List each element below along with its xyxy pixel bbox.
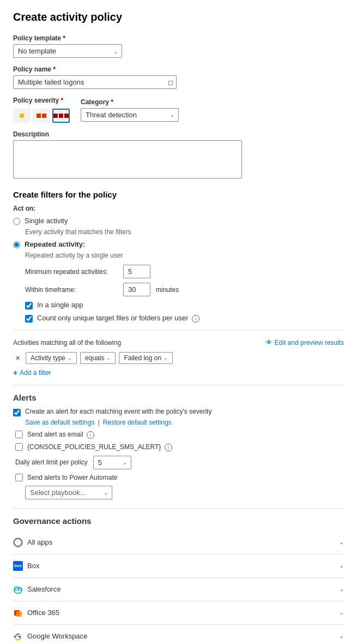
sms-alert-checkbox[interactable] bbox=[15, 443, 23, 451]
salesforce-label: Salesforce bbox=[27, 585, 60, 593]
severity-medium-button[interactable] bbox=[33, 109, 50, 123]
page-title: Create activity policy bbox=[13, 11, 344, 23]
count-unique-info-icon[interactable]: i bbox=[192, 315, 199, 323]
email-info-icon[interactable]: i bbox=[87, 431, 94, 439]
governance-salesforce-row[interactable]: Salesforce ⌄ bbox=[13, 578, 344, 601]
category-label: Category bbox=[81, 98, 179, 106]
office365-chevron-icon: ⌄ bbox=[339, 609, 344, 616]
office365-label: Office 365 bbox=[27, 609, 59, 617]
description-label: Description bbox=[13, 130, 344, 138]
all-apps-label: All apps bbox=[27, 538, 52, 546]
salesforce-chevron-icon: ⌄ bbox=[339, 586, 344, 593]
main-alert-checkbox[interactable] bbox=[13, 409, 21, 416]
svg-rect-5 bbox=[16, 611, 22, 617]
governance-google-row[interactable]: Google Workspace ⌄ bbox=[13, 625, 344, 644]
send-email-label[interactable]: Send alert as email i bbox=[27, 431, 94, 439]
failed-logon-chevron-icon: ⌄ bbox=[164, 355, 168, 361]
repeated-activity-label[interactable]: Repeated activity: bbox=[25, 240, 85, 248]
activities-matching-label: Activities matching all of the following bbox=[13, 339, 121, 347]
severity-label: Policy severity bbox=[13, 97, 70, 104]
count-unique-label[interactable]: Count only unique target files or folder… bbox=[37, 314, 199, 323]
activity-type-filter[interactable]: Activity type ⌄ bbox=[26, 352, 77, 364]
minutes-label: minutes bbox=[156, 286, 179, 294]
in-single-app-checkbox[interactable] bbox=[25, 302, 33, 309]
activity-type-label: Activity type bbox=[31, 354, 65, 362]
salesforce-icon bbox=[13, 585, 23, 594]
equals-chevron-icon: ⌄ bbox=[106, 355, 111, 361]
plus-icon: + bbox=[13, 368, 17, 377]
single-activity-desc: Every activity that matches the filters bbox=[25, 228, 344, 236]
eye-icon: 👁 bbox=[265, 338, 273, 347]
alerts-title: Alerts bbox=[13, 393, 344, 402]
filters-section-title: Create filters for the policy bbox=[13, 190, 344, 199]
within-timeframe-label: Within timeframe: bbox=[25, 286, 118, 294]
failed-logon-label: Failed log on bbox=[124, 354, 161, 362]
policy-template-select[interactable]: No template bbox=[13, 44, 122, 58]
playbook-select[interactable]: Select playbook... bbox=[25, 486, 112, 499]
failed-logon-filter[interactable]: Failed log on ⌄ bbox=[119, 352, 173, 364]
link-separator: | bbox=[98, 419, 99, 426]
all-apps-chevron-icon: ⌄ bbox=[339, 539, 344, 546]
box-icon: box bbox=[13, 561, 23, 571]
count-unique-checkbox[interactable] bbox=[25, 315, 33, 323]
description-input[interactable] bbox=[13, 140, 242, 178]
in-single-app-label[interactable]: In a single app bbox=[37, 301, 83, 309]
all-apps-icon bbox=[13, 538, 23, 547]
box-label: Box bbox=[27, 562, 39, 570]
within-timeframe-input[interactable] bbox=[123, 283, 150, 296]
repeated-activity-radio[interactable] bbox=[13, 241, 20, 248]
office365-icon bbox=[13, 608, 23, 618]
single-activity-label[interactable]: Single activity bbox=[25, 217, 68, 225]
add-filter-button[interactable]: + Add a filter bbox=[13, 368, 344, 377]
google-chevron-icon: ⌄ bbox=[339, 633, 344, 640]
send-email-checkbox[interactable] bbox=[15, 431, 23, 438]
min-repeated-label: Minimum repeated activities: bbox=[25, 268, 118, 276]
save-default-link[interactable]: Save as default settings bbox=[25, 419, 94, 426]
restore-default-link[interactable]: Restore default settings bbox=[103, 419, 172, 426]
single-activity-radio[interactable] bbox=[13, 218, 20, 225]
policy-name-label: Policy name bbox=[13, 65, 344, 73]
sms-info-icon[interactable]: i bbox=[165, 444, 172, 451]
daily-limit-label: Daily alert limit per policy bbox=[15, 458, 88, 466]
policy-name-input[interactable] bbox=[13, 75, 177, 89]
activity-type-chevron-icon: ⌄ bbox=[68, 355, 72, 361]
equals-filter[interactable]: equals ⌄ bbox=[80, 352, 116, 364]
daily-limit-select[interactable]: 5 10 25 50 100 bbox=[93, 456, 131, 469]
power-automate-checkbox[interactable] bbox=[15, 474, 23, 481]
category-select[interactable]: Threat detection bbox=[81, 108, 179, 122]
power-automate-label[interactable]: Send alerts to Power Automate bbox=[27, 474, 117, 481]
severity-high-button[interactable] bbox=[52, 109, 70, 123]
equals-label: equals bbox=[85, 354, 104, 362]
sms-alert-label[interactable]: {CONSOLE_POLICIES_RULE_SMS_ALERT} i bbox=[27, 443, 172, 451]
governance-office365-row[interactable]: Office 365 ⌄ bbox=[13, 601, 344, 625]
act-on-label: Act on: bbox=[13, 205, 344, 212]
google-icon bbox=[13, 631, 23, 641]
governance-box-row[interactable]: box Box ⌄ bbox=[13, 554, 344, 578]
google-workspace-label: Google Workspace bbox=[27, 632, 87, 640]
governance-all-apps-row[interactable]: All apps ⌄ bbox=[13, 531, 344, 554]
repeated-activity-desc: Repeated activity by a single user bbox=[25, 252, 344, 259]
box-chevron-icon: ⌄ bbox=[339, 562, 344, 569]
main-alert-label[interactable]: Create an alert for each matching event … bbox=[25, 408, 211, 415]
policy-template-label: Policy template bbox=[13, 34, 344, 42]
edit-preview-link[interactable]: 👁 Edit and preview results bbox=[265, 338, 344, 347]
clear-name-icon[interactable]: ◻ bbox=[168, 79, 173, 86]
svg-point-0 bbox=[14, 539, 22, 546]
severity-low-button[interactable] bbox=[13, 109, 31, 123]
governance-title: Governance actions bbox=[13, 516, 344, 526]
min-repeated-input[interactable] bbox=[123, 265, 150, 278]
remove-filter-button[interactable]: ✕ bbox=[13, 354, 22, 363]
